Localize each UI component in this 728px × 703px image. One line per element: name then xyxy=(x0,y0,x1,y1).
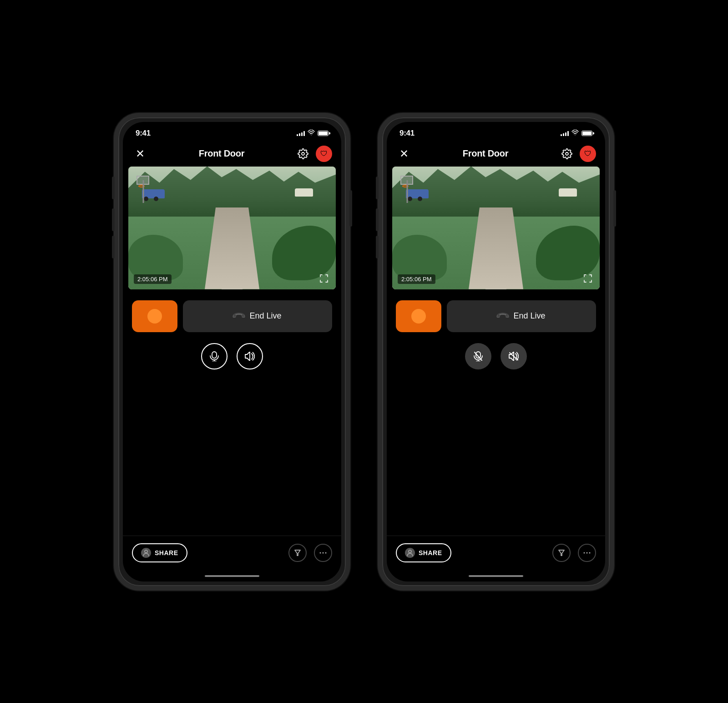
orange-dot-right xyxy=(411,309,426,324)
audio-controls-left xyxy=(201,343,263,369)
header-title-right: Front Door xyxy=(463,148,508,159)
speaker-button-left[interactable] xyxy=(237,343,263,369)
orange-dot-left xyxy=(147,309,162,324)
end-live-text-right: End Live xyxy=(513,311,545,321)
shield-icon-left: 🛡 xyxy=(320,150,328,158)
action-buttons-left: 📞 End Live xyxy=(132,300,332,332)
notch-left xyxy=(200,122,264,135)
share-avatar-right xyxy=(405,548,415,558)
home-indicator-left xyxy=(205,575,259,577)
bottom-bar-left: SHARE xyxy=(123,536,341,572)
signal-bar-r4 xyxy=(567,131,569,136)
phone-icon-right: 📞 xyxy=(495,308,511,324)
phone-icon-left: 📞 xyxy=(232,308,248,324)
camera-view-right: 2:05:06 PM xyxy=(392,167,600,289)
signal-bar-4 xyxy=(303,131,305,136)
share-text-right: SHARE xyxy=(419,549,442,556)
close-button-left[interactable]: ✕ xyxy=(132,146,148,162)
signal-bars-right xyxy=(561,131,569,136)
svg-point-11 xyxy=(575,135,576,135)
mic-button-right[interactable] xyxy=(465,343,491,369)
svg-point-23 xyxy=(589,552,591,553)
header-title-left: Front Door xyxy=(199,148,244,159)
svg-point-21 xyxy=(584,552,585,553)
share-avatar-left xyxy=(141,548,151,558)
orange-button-right[interactable] xyxy=(396,300,441,332)
mic-button-left[interactable] xyxy=(201,343,228,369)
fullscreen-button-right[interactable] xyxy=(581,272,594,285)
header-actions-right: 🛡 xyxy=(559,146,596,162)
more-button-right[interactable] xyxy=(578,544,596,562)
wifi-icon-left xyxy=(308,130,315,137)
signal-bar-3 xyxy=(301,132,303,136)
alert-button-left[interactable]: 🛡 xyxy=(316,146,332,162)
signal-bar-r2 xyxy=(563,133,564,136)
camera-scene-left xyxy=(128,167,336,289)
svg-point-10 xyxy=(325,552,327,553)
svg-point-9 xyxy=(323,552,324,553)
svg-point-1 xyxy=(302,152,304,155)
basketball-hoop-left xyxy=(136,176,150,203)
svg-point-6 xyxy=(145,550,147,553)
bottom-right-actions-right xyxy=(552,544,596,562)
svg-marker-20 xyxy=(559,550,564,556)
notch-right xyxy=(464,122,528,135)
end-live-button-left[interactable]: 📞 End Live xyxy=(183,300,332,332)
status-time-right: 9:41 xyxy=(399,129,415,138)
share-text-left: SHARE xyxy=(155,549,178,556)
camera-timestamp-right: 2:05:06 PM xyxy=(398,274,435,284)
share-button-left[interactable]: SHARE xyxy=(132,543,187,562)
header-actions-left: 🛡 xyxy=(295,146,332,162)
close-button-right[interactable]: ✕ xyxy=(396,146,412,162)
end-live-button-right[interactable]: 📞 End Live xyxy=(447,300,596,332)
phone-screen-right: 9:41 xyxy=(387,122,605,582)
filter-button-left[interactable] xyxy=(288,544,307,562)
action-buttons-right: 📞 End Live xyxy=(396,300,596,332)
signal-bar-1 xyxy=(297,134,298,136)
more-button-left[interactable] xyxy=(314,544,332,562)
svg-point-8 xyxy=(320,552,321,553)
status-icons-left xyxy=(297,130,329,137)
signal-bar-r3 xyxy=(565,132,566,136)
end-live-text-left: End Live xyxy=(249,311,281,321)
camera-view-left: 2:05:06 PM xyxy=(128,167,336,289)
controls-area-right: 📞 End Live xyxy=(387,289,605,536)
settings-button-left[interactable] xyxy=(295,146,311,162)
orange-button-left[interactable] xyxy=(132,300,177,332)
phone-left: 9:41 xyxy=(114,113,350,591)
alert-button-right[interactable]: 🛡 xyxy=(580,146,596,162)
phone-right: 9:41 xyxy=(378,113,614,591)
camera-timestamp-left: 2:05:06 PM xyxy=(134,274,172,284)
phone-screen-left: 9:41 xyxy=(123,122,341,582)
bottom-bar-right: SHARE xyxy=(387,536,605,572)
audio-controls-right xyxy=(465,343,527,369)
phone-frame-right: 9:41 xyxy=(378,113,614,591)
svg-point-19 xyxy=(409,550,411,553)
settings-button-right[interactable] xyxy=(559,146,575,162)
svg-point-22 xyxy=(586,552,588,553)
svg-rect-2 xyxy=(212,352,217,358)
filter-button-right[interactable] xyxy=(552,544,571,562)
app-header-left: ✕ Front Door 🛡 xyxy=(123,142,341,167)
scene-car2-right xyxy=(559,188,577,197)
speaker-button-right[interactable] xyxy=(500,343,527,369)
signal-bar-2 xyxy=(299,133,300,136)
battery-left xyxy=(318,131,329,136)
status-icons-right xyxy=(561,130,592,137)
basketball-hoop-right xyxy=(400,176,414,203)
shield-icon-right: 🛡 xyxy=(584,150,592,158)
fullscreen-button-left[interactable] xyxy=(318,272,330,285)
home-indicator-right xyxy=(469,575,523,577)
share-button-right[interactable]: SHARE xyxy=(396,543,451,562)
svg-point-12 xyxy=(566,152,568,155)
app-header-right: ✕ Front Door 🛡 xyxy=(387,142,605,167)
bottom-right-actions-left xyxy=(288,544,332,562)
svg-point-0 xyxy=(311,135,312,135)
battery-right xyxy=(581,131,592,136)
svg-marker-5 xyxy=(245,352,250,361)
wifi-icon-right xyxy=(571,130,579,137)
controls-area-left: 📞 End Live xyxy=(123,289,341,536)
signal-bars-left xyxy=(297,131,305,136)
svg-marker-7 xyxy=(295,550,300,556)
signal-bar-r1 xyxy=(561,134,562,136)
